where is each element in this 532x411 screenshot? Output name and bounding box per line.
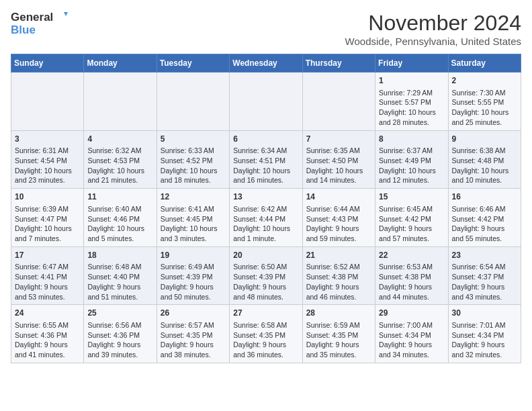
calendar-day: 12Sunrise: 6:41 AM Sunset: 4:45 PM Dayli… <box>157 189 229 247</box>
day-number: 17 <box>15 250 80 261</box>
calendar-day: 26Sunrise: 6:57 AM Sunset: 4:35 PM Dayli… <box>157 305 229 363</box>
calendar-week-1: 1Sunrise: 7:29 AM Sunset: 5:57 PM Daylig… <box>11 73 521 131</box>
day-number: 14 <box>306 191 371 203</box>
day-info: Sunrise: 7:01 AM Sunset: 4:34 PM Dayligh… <box>452 320 517 360</box>
calendar-day: 20Sunrise: 6:50 AM Sunset: 4:39 PM Dayli… <box>230 246 302 305</box>
calendar-day: 28Sunrise: 6:59 AM Sunset: 4:35 PM Dayli… <box>302 305 375 363</box>
calendar-day: 13Sunrise: 6:42 AM Sunset: 4:44 PM Dayli… <box>230 189 302 247</box>
weekday-header-sunday: Sunday <box>11 54 84 73</box>
calendar-week-4: 17Sunrise: 6:47 AM Sunset: 4:41 PM Dayli… <box>11 246 521 305</box>
day-info: Sunrise: 7:00 AM Sunset: 4:34 PM Dayligh… <box>379 320 444 360</box>
day-number: 15 <box>379 191 444 203</box>
day-number: 28 <box>306 308 371 319</box>
day-info: Sunrise: 6:49 AM Sunset: 4:39 PM Dayligh… <box>161 262 226 302</box>
day-number: 21 <box>306 250 371 261</box>
day-number: 20 <box>233 250 298 261</box>
day-info: Sunrise: 7:30 AM Sunset: 5:55 PM Dayligh… <box>452 88 517 128</box>
day-info: Sunrise: 6:37 AM Sunset: 4:49 PM Dayligh… <box>379 146 444 185</box>
day-info: Sunrise: 6:34 AM Sunset: 4:51 PM Dayligh… <box>233 146 298 185</box>
logo-blue: Blue <box>11 24 36 37</box>
day-number: 13 <box>233 191 298 203</box>
calendar-day <box>11 73 84 131</box>
calendar-day: 7Sunrise: 6:35 AM Sunset: 4:50 PM Daylig… <box>302 130 375 189</box>
day-info: Sunrise: 6:33 AM Sunset: 4:52 PM Dayligh… <box>161 146 226 185</box>
day-info: Sunrise: 6:50 AM Sunset: 4:39 PM Dayligh… <box>233 262 298 302</box>
day-number: 19 <box>161 250 226 261</box>
calendar-day: 4Sunrise: 6:32 AM Sunset: 4:53 PM Daylig… <box>84 130 157 189</box>
day-info: Sunrise: 6:42 AM Sunset: 4:44 PM Dayligh… <box>233 204 298 244</box>
weekday-header-friday: Friday <box>375 54 448 73</box>
day-number: 22 <box>379 250 444 261</box>
day-number: 4 <box>87 134 152 145</box>
day-number: 30 <box>452 308 517 319</box>
calendar-day: 11Sunrise: 6:40 AM Sunset: 4:46 PM Dayli… <box>84 189 157 247</box>
day-info: Sunrise: 6:46 AM Sunset: 4:42 PM Dayligh… <box>452 204 517 244</box>
calendar-day <box>302 73 375 131</box>
calendar-day: 22Sunrise: 6:53 AM Sunset: 4:38 PM Dayli… <box>375 246 448 305</box>
calendar-day: 2Sunrise: 7:30 AM Sunset: 5:55 PM Daylig… <box>448 73 521 131</box>
day-info: Sunrise: 6:45 AM Sunset: 4:42 PM Dayligh… <box>379 204 444 244</box>
calendar-table: SundayMondayTuesdayWednesdayThursdayFrid… <box>11 54 521 363</box>
day-info: Sunrise: 6:55 AM Sunset: 4:36 PM Dayligh… <box>15 320 80 360</box>
day-number: 1 <box>379 75 444 87</box>
calendar-week-5: 24Sunrise: 6:55 AM Sunset: 4:36 PM Dayli… <box>11 305 521 363</box>
location: Woodside, Pennsylvania, United States <box>345 36 521 47</box>
calendar-day: 14Sunrise: 6:44 AM Sunset: 4:43 PM Dayli… <box>302 189 375 247</box>
day-info: Sunrise: 6:38 AM Sunset: 4:48 PM Dayligh… <box>452 146 517 185</box>
calendar-day: 8Sunrise: 6:37 AM Sunset: 4:49 PM Daylig… <box>375 130 448 189</box>
header: General Blue November 2024 Woodside, Pen… <box>11 11 521 47</box>
day-number: 5 <box>161 134 226 145</box>
day-number: 18 <box>87 250 152 261</box>
day-info: Sunrise: 7:29 AM Sunset: 5:57 PM Dayligh… <box>379 88 444 128</box>
weekday-header-tuesday: Tuesday <box>157 54 229 73</box>
day-info: Sunrise: 6:32 AM Sunset: 4:53 PM Dayligh… <box>87 146 152 185</box>
weekday-header-thursday: Thursday <box>302 54 375 73</box>
day-number: 6 <box>233 134 298 145</box>
day-number: 29 <box>379 308 444 319</box>
calendar-day: 16Sunrise: 6:46 AM Sunset: 4:42 PM Dayli… <box>448 189 521 247</box>
day-info: Sunrise: 6:31 AM Sunset: 4:54 PM Dayligh… <box>15 146 80 185</box>
svg-marker-0 <box>64 12 68 16</box>
calendar-day <box>84 73 157 131</box>
day-number: 9 <box>452 134 517 145</box>
day-number: 11 <box>87 191 152 203</box>
calendar-week-3: 10Sunrise: 6:39 AM Sunset: 4:47 PM Dayli… <box>11 189 521 247</box>
logo: General Blue <box>11 11 68 37</box>
calendar-day: 18Sunrise: 6:48 AM Sunset: 4:40 PM Dayli… <box>84 246 157 305</box>
day-number: 3 <box>15 134 80 145</box>
day-info: Sunrise: 6:58 AM Sunset: 4:35 PM Dayligh… <box>233 320 298 360</box>
calendar-day: 25Sunrise: 6:56 AM Sunset: 4:36 PM Dayli… <box>84 305 157 363</box>
weekday-header-wednesday: Wednesday <box>230 54 302 73</box>
calendar-day: 17Sunrise: 6:47 AM Sunset: 4:41 PM Dayli… <box>11 246 84 305</box>
calendar-day: 19Sunrise: 6:49 AM Sunset: 4:39 PM Dayli… <box>157 246 229 305</box>
day-info: Sunrise: 6:44 AM Sunset: 4:43 PM Dayligh… <box>306 204 371 244</box>
day-info: Sunrise: 6:52 AM Sunset: 4:38 PM Dayligh… <box>306 262 371 302</box>
calendar-day: 23Sunrise: 6:54 AM Sunset: 4:37 PM Dayli… <box>448 246 521 305</box>
calendar-day: 24Sunrise: 6:55 AM Sunset: 4:36 PM Dayli… <box>11 305 84 363</box>
calendar-day: 21Sunrise: 6:52 AM Sunset: 4:38 PM Dayli… <box>302 246 375 305</box>
calendar-week-2: 3Sunrise: 6:31 AM Sunset: 4:54 PM Daylig… <box>11 130 521 189</box>
day-info: Sunrise: 6:41 AM Sunset: 4:45 PM Dayligh… <box>161 204 226 244</box>
day-info: Sunrise: 6:59 AM Sunset: 4:35 PM Dayligh… <box>306 320 371 360</box>
title-area: November 2024 Woodside, Pennsylvania, Un… <box>345 11 521 47</box>
day-number: 2 <box>452 75 517 87</box>
day-info: Sunrise: 6:40 AM Sunset: 4:46 PM Dayligh… <box>87 204 152 244</box>
calendar-day: 6Sunrise: 6:34 AM Sunset: 4:51 PM Daylig… <box>230 130 302 189</box>
day-number: 12 <box>161 191 226 203</box>
day-info: Sunrise: 6:39 AM Sunset: 4:47 PM Dayligh… <box>15 204 80 244</box>
day-info: Sunrise: 6:56 AM Sunset: 4:36 PM Dayligh… <box>87 320 152 360</box>
logo-bird-icon <box>54 11 68 24</box>
day-info: Sunrise: 6:57 AM Sunset: 4:35 PM Dayligh… <box>161 320 226 360</box>
day-number: 26 <box>161 308 226 319</box>
day-info: Sunrise: 6:47 AM Sunset: 4:41 PM Dayligh… <box>15 262 80 302</box>
day-number: 25 <box>87 308 152 319</box>
day-number: 23 <box>452 250 517 261</box>
day-info: Sunrise: 6:53 AM Sunset: 4:38 PM Dayligh… <box>379 262 444 302</box>
month-title: November 2024 <box>345 11 521 36</box>
day-number: 16 <box>452 191 517 203</box>
calendar-day: 30Sunrise: 7:01 AM Sunset: 4:34 PM Dayli… <box>448 305 521 363</box>
calendar-day: 3Sunrise: 6:31 AM Sunset: 4:54 PM Daylig… <box>11 130 84 189</box>
calendar-day: 29Sunrise: 7:00 AM Sunset: 4:34 PM Dayli… <box>375 305 448 363</box>
calendar-day: 1Sunrise: 7:29 AM Sunset: 5:57 PM Daylig… <box>375 73 448 131</box>
day-number: 8 <box>379 134 444 145</box>
